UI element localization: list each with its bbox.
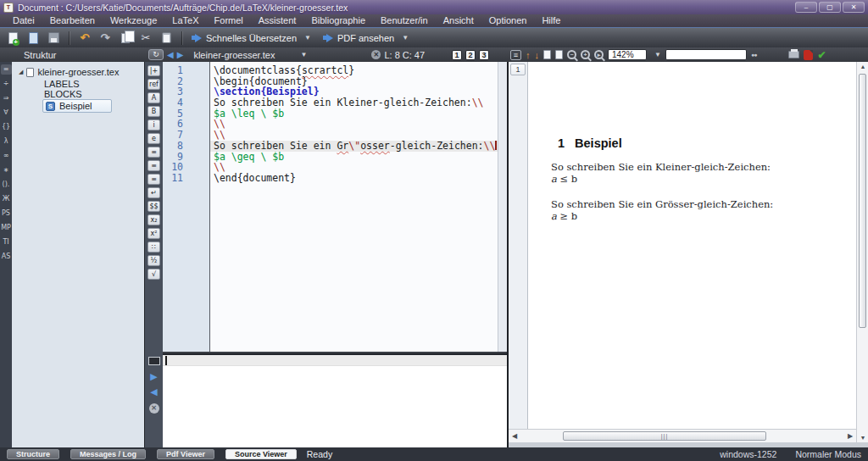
menu-bearbeiten[interactable]: Bearbeiten (42, 14, 103, 27)
tree-item-labels[interactable]: LABELS (44, 79, 80, 89)
inline-math-icon[interactable]: $$ (147, 201, 160, 212)
label-icon[interactable]: |+ (147, 65, 160, 76)
misc-math-icon[interactable]: ∞ (1, 151, 12, 161)
cut-button[interactable]: ✂ (138, 31, 153, 45)
pdf-page-list[interactable]: 1 (509, 62, 528, 442)
tikz-icon[interactable]: TI (1, 237, 12, 247)
print-icon[interactable] (788, 51, 799, 58)
chevron-down-icon[interactable]: ▼ (304, 34, 311, 42)
pdf-search-input[interactable] (665, 49, 747, 60)
menu-optionen[interactable]: Optionen (481, 14, 535, 27)
editor-window-button-2[interactable]: 2 (465, 50, 476, 60)
quick-build-button[interactable]: Schnelles Übersetzen ▼ (190, 31, 316, 45)
pdf-page-number[interactable]: 1 (510, 64, 526, 75)
emph-icon[interactable]: e (147, 133, 160, 144)
save-button[interactable] (46, 31, 61, 45)
close-log-icon[interactable]: ✕ (149, 403, 159, 414)
refresh-structure-button[interactable]: ↻ (148, 49, 164, 60)
close-button[interactable]: ✕ (843, 2, 865, 13)
menu-werkzeuge[interactable]: Werkzeuge (103, 14, 164, 27)
status-tab-sourceviewer[interactable]: Source Viewer (225, 449, 297, 459)
pdf-prev-page-icon[interactable]: ↑ (526, 50, 531, 60)
align-left-icon[interactable]: ≡ (147, 147, 160, 158)
bold-icon[interactable]: B (147, 106, 160, 117)
pdf-horizontal-scrollbar[interactable]: ◀ ||| ▶ (509, 429, 856, 442)
find-binoculars-icon[interactable]: ●● (751, 52, 756, 58)
scrollbar-thumb[interactable] (859, 74, 866, 328)
editor-window-button-3[interactable]: 3 (479, 50, 489, 60)
maximize-button[interactable]: ▢ (819, 2, 841, 13)
zoom-in-icon[interactable]: + (581, 50, 590, 59)
ref-icon[interactable]: ref (147, 79, 160, 90)
superscript-icon[interactable]: x² (147, 228, 160, 239)
most-used-symbols-icon[interactable]: ∗ (1, 165, 12, 175)
editor-window-button-1[interactable]: 1 (452, 50, 462, 60)
chevron-down-icon[interactable]: ▼ (402, 34, 409, 42)
greek-letters-icon[interactable]: λ (1, 136, 12, 147)
menu-hilfe[interactable]: Hilfe (534, 14, 568, 27)
zoom-area-icon[interactable]: ▸ (594, 50, 604, 59)
zoom-level-input[interactable]: 142% (608, 49, 647, 60)
tree-item-section-selected[interactable]: S Beispiel (42, 99, 112, 113)
status-tab-messageslog[interactable]: Messages / Log (70, 449, 146, 459)
open-file-selector[interactable]: kleiner-groesser.tex ▼ (186, 50, 314, 60)
tree-root-label[interactable]: kleiner-groesser.tex (37, 67, 119, 77)
copy-button[interactable] (118, 31, 133, 45)
zoom-out-icon[interactable]: − (567, 50, 576, 59)
menu-assistent[interactable]: Assistent (251, 14, 304, 27)
pdf-preview-page[interactable]: 1 Beispiel So schreiben Sie ein Kleiner-… (528, 62, 856, 429)
arrow-symbols-icon[interactable]: ⇒ (1, 93, 12, 103)
redo-button[interactable]: ↷ (97, 31, 113, 45)
menu-datei[interactable]: Datei (5, 14, 42, 27)
structure-panel-icon[interactable]: ≡ (1, 64, 12, 75)
subscript-icon[interactable]: x₂ (147, 214, 160, 225)
misc-symbols-icon[interactable]: ∀ (1, 108, 12, 118)
encoding-label[interactable]: windows-1252 (720, 449, 776, 459)
editor-line[interactable]: 11\end{document} (163, 173, 498, 184)
favourite-symbols-icon[interactable]: (). (1, 180, 12, 190)
tree-expand-icon[interactable]: ◢ (19, 69, 23, 75)
pdf-pagelist-icon[interactable]: ≡ (510, 50, 521, 60)
new-document-button[interactable]: + (5, 31, 20, 45)
metapost-icon[interactable]: MP (1, 223, 12, 233)
undo-button[interactable]: ↶ (77, 31, 92, 45)
pdf-first-page-icon[interactable] (543, 50, 551, 59)
scroll-right-icon[interactable]: ▶ (844, 432, 856, 440)
fraction-icon[interactable]: ½ (147, 255, 160, 266)
menu-bibliographie[interactable]: Bibliographie (303, 14, 373, 27)
source-editor[interactable]: 1\documentclass{scrartcl}2\begin{documen… (163, 62, 507, 352)
pstricks-icon[interactable]: PS (1, 208, 12, 219)
newline-icon[interactable]: ↵ (147, 187, 160, 198)
nav-back-icon[interactable]: ◀ (167, 49, 174, 60)
menu-formel[interactable]: Formel (207, 14, 251, 27)
pdf-next-page-icon[interactable]: ↓ (535, 50, 540, 60)
italic-icon[interactable]: i (147, 119, 160, 131)
scrollbar-thumb[interactable]: ||| (563, 431, 766, 441)
font-icon[interactable]: A (147, 92, 160, 103)
pdf-vertical-scrollbar[interactable]: ▲ ▼ (856, 62, 868, 442)
messages-log-panel[interactable] (163, 353, 507, 447)
terminal-icon[interactable] (148, 357, 160, 365)
menu-latex[interactable]: LaTeX (164, 14, 206, 27)
align-center-icon[interactable]: ≡ (147, 160, 160, 171)
editor-scrollbar[interactable] (498, 62, 507, 352)
minimize-button[interactable]: – (795, 2, 817, 13)
close-document-icon[interactable]: ✕ (371, 50, 381, 59)
menu-benutzerin[interactable]: Benutzer/in (373, 14, 436, 27)
align-right-icon[interactable]: ≡ (147, 174, 160, 185)
nav-forward-icon[interactable]: ▶ (177, 49, 184, 60)
tree-item-blocks[interactable]: BLOCKS (44, 89, 82, 99)
mode-label[interactable]: Normaler Modus (795, 449, 861, 459)
status-tab-structure[interactable]: Structure (7, 449, 59, 459)
scroll-down-icon[interactable]: ▼ (857, 435, 868, 441)
sqrt-icon[interactable]: √ (147, 269, 160, 280)
misc-text-icon[interactable]: Ж (1, 194, 12, 204)
relation-symbols-icon[interactable]: ÷ (1, 79, 12, 89)
scroll-up-icon[interactable]: ▲ (857, 64, 868, 69)
external-pdf-viewer-icon[interactable] (804, 50, 813, 60)
paste-button[interactable] (159, 31, 174, 45)
view-pdf-button[interactable]: PDF ansehen ▼ (321, 31, 414, 45)
menu-ansicht[interactable]: Ansicht (436, 14, 481, 27)
run-log-icon[interactable]: ▶ (150, 373, 157, 380)
previous-log-icon[interactable]: ◀ (150, 388, 157, 396)
